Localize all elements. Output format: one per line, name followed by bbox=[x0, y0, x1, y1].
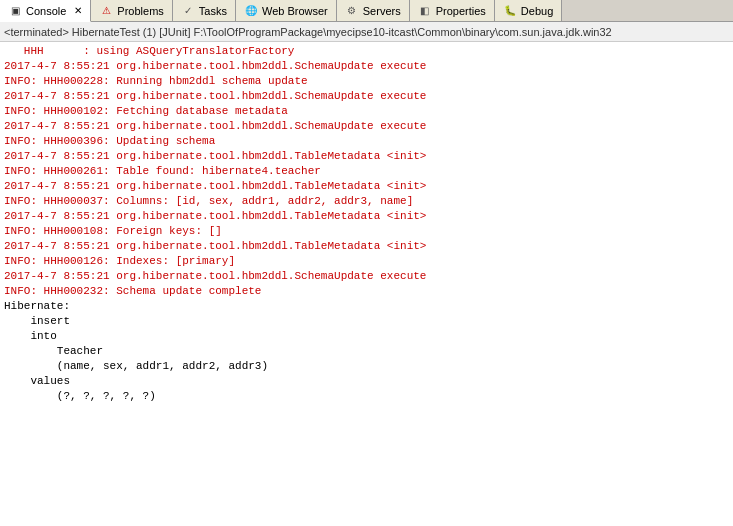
console-line: insert bbox=[4, 314, 729, 329]
console-line: INFO: HHH000232: Schema update complete bbox=[4, 284, 729, 299]
console-line: 2017-4-7 8:55:21 org.hibernate.tool.hbm2… bbox=[4, 119, 729, 134]
console-line: Teacher bbox=[4, 344, 729, 359]
console-toolbar: <terminated> HibernateTest (1) [JUnit] F… bbox=[0, 22, 733, 42]
tab-debug-label: Debug bbox=[521, 5, 553, 17]
console-line: INFO: HHH000102: Fetching database metad… bbox=[4, 104, 729, 119]
console-line: values bbox=[4, 374, 729, 389]
console-icon: ▣ bbox=[8, 4, 22, 18]
tab-console[interactable]: ▣ Console ✕ bbox=[0, 0, 91, 22]
tab-servers-label: Servers bbox=[363, 5, 401, 17]
tab-web-browser[interactable]: 🌐 Web Browser bbox=[236, 0, 337, 21]
console-line: (name, sex, addr1, addr2, addr3) bbox=[4, 359, 729, 374]
console-line: into bbox=[4, 329, 729, 344]
console-line: INFO: HHH000396: Updating schema bbox=[4, 134, 729, 149]
console-line: INFO: HHH000108: Foreign keys: [] bbox=[4, 224, 729, 239]
console-line: 2017-4-7 8:55:21 org.hibernate.tool.hbm2… bbox=[4, 239, 729, 254]
console-line: 2017-4-7 8:55:21 org.hibernate.tool.hbm2… bbox=[4, 89, 729, 104]
console-line: INFO: HHH000037: Columns: [id, sex, addr… bbox=[4, 194, 729, 209]
console-line: INFO: HHH000126: Indexes: [primary] bbox=[4, 254, 729, 269]
tab-tasks[interactable]: ✓ Tasks bbox=[173, 0, 236, 21]
console-line: Hibernate: bbox=[4, 299, 729, 314]
tab-servers[interactable]: ⚙ Servers bbox=[337, 0, 410, 21]
tab-problems[interactable]: ⚠ Problems bbox=[91, 0, 172, 21]
console-line: (?, ?, ?, ?, ?) bbox=[4, 389, 729, 404]
console-line: INFO: HHH000261: Table found: hibernate4… bbox=[4, 164, 729, 179]
tab-console-close[interactable]: ✕ bbox=[74, 5, 82, 16]
tab-bar: ▣ Console ✕ ⚠ Problems ✓ Tasks 🌐 Web Bro… bbox=[0, 0, 733, 22]
console-line: 2017-4-7 8:55:21 org.hibernate.tool.hbm2… bbox=[4, 149, 729, 164]
debug-icon: 🐛 bbox=[503, 4, 517, 18]
terminated-label: <terminated> HibernateTest (1) [JUnit] F… bbox=[4, 26, 612, 38]
tab-problems-label: Problems bbox=[117, 5, 163, 17]
web-browser-icon: 🌐 bbox=[244, 4, 258, 18]
tasks-icon: ✓ bbox=[181, 4, 195, 18]
console-line: 2017-4-7 8:55:21 org.hibernate.tool.hbm2… bbox=[4, 179, 729, 194]
tab-properties[interactable]: ◧ Properties bbox=[410, 0, 495, 21]
problems-icon: ⚠ bbox=[99, 4, 113, 18]
toolbar-status-text: <terminated> HibernateTest (1) [JUnit] F… bbox=[4, 26, 612, 38]
console-line: 2017-4-7 8:55:21 org.hibernate.tool.hbm2… bbox=[4, 269, 729, 284]
console-line: 2017-4-7 8:55:21 org.hibernate.tool.hbm2… bbox=[4, 209, 729, 224]
tab-debug[interactable]: 🐛 Debug bbox=[495, 0, 562, 21]
console-output[interactable]: HHH : using ASQueryTranslatorFactory2017… bbox=[0, 42, 733, 524]
tab-properties-label: Properties bbox=[436, 5, 486, 17]
console-line: 2017-4-7 8:55:21 org.hibernate.tool.hbm2… bbox=[4, 59, 729, 74]
tab-web-browser-label: Web Browser bbox=[262, 5, 328, 17]
console-line: HHH : using ASQueryTranslatorFactory bbox=[4, 44, 729, 59]
console-line: INFO: HHH000228: Running hbm2ddl schema … bbox=[4, 74, 729, 89]
properties-icon: ◧ bbox=[418, 4, 432, 18]
tab-console-label: Console bbox=[26, 5, 66, 17]
tab-tasks-label: Tasks bbox=[199, 5, 227, 17]
servers-icon: ⚙ bbox=[345, 4, 359, 18]
